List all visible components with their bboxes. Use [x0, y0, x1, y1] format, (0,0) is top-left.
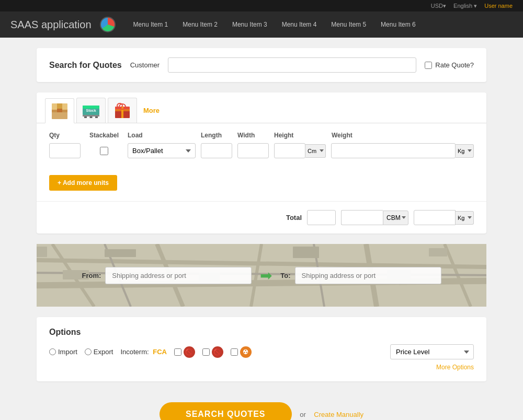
from-group: From: — [82, 267, 252, 284]
customer-label: Customer — [130, 61, 160, 69]
load-select[interactable]: Box/Pallet — [128, 143, 196, 158]
nav-item-4[interactable]: Menu Item 4 — [275, 11, 324, 38]
no-sign-icon-2: 🚫 — [212, 346, 223, 358]
height-input[interactable]: 100 — [274, 143, 305, 158]
main-nav: Menu Item 1 Menu Item 2 Menu Item 3 Menu… — [126, 11, 423, 38]
from-input[interactable] — [105, 267, 252, 284]
box-icon — [50, 101, 70, 120]
import-group: Import — [49, 348, 77, 356]
add-more-button[interactable]: + Add more units — [49, 175, 117, 191]
cbm-unit-select[interactable]: CBM M3 — [383, 211, 408, 225]
option-icon-3-group: ☢ — [231, 346, 252, 358]
export-radio[interactable] — [85, 348, 92, 355]
options-title: Options — [49, 328, 474, 337]
rate-quote-group: Rate Quote? — [425, 61, 474, 69]
option-icon-2-group: 🚫 — [202, 346, 223, 358]
cargo-form-row: 5 Box/Pallet 100 100 100 Cm In Box/Palle… — [37, 143, 486, 167]
product-tabs: Stock More — [37, 92, 486, 123]
total-cbm-group: 1 CBM M3 — [341, 210, 408, 225]
nav-item-3[interactable]: Menu Item 3 — [225, 11, 275, 38]
svg-rect-4 — [57, 109, 62, 112]
length-header: Length — [201, 132, 232, 139]
option-icon-3-checkbox[interactable] — [231, 348, 238, 356]
option-icon-2-checkbox[interactable] — [202, 348, 210, 356]
total-weight-unit-select[interactable]: Kg Lb — [456, 211, 474, 225]
weight-header: Weight — [332, 132, 474, 139]
total-weight-input[interactable]: 100 — [414, 210, 456, 225]
or-text: or — [300, 411, 306, 418]
map-section: From: ➡ To: — [37, 244, 486, 307]
to-label: To: — [280, 272, 290, 279]
map-overlay: From: ➡ To: — [37, 244, 486, 307]
pallet-icon: Stock — [81, 101, 101, 120]
qty-input[interactable]: 5 — [49, 143, 81, 158]
product-tab-box[interactable] — [45, 98, 74, 123]
incoterm-label: Incoterm: FCA — [120, 348, 167, 356]
svg-rect-14 — [121, 107, 123, 118]
form-headers: Qty Stackabel Load Length Width Height W… — [37, 132, 486, 139]
more-button[interactable]: More — [139, 107, 164, 114]
add-more-section: + Add more units — [37, 175, 486, 201]
total-row: Total 5 1 CBM M3 100 Kg Lb — [37, 201, 486, 234]
incoterm-value: FCA — [153, 348, 167, 356]
total-cbm-input[interactable]: 1 — [341, 210, 383, 225]
logo-bold: SAAS — [10, 19, 38, 30]
option-icon-1-group: 🚫 — [174, 346, 195, 358]
weight-group: Box/Pallet Kg Lb — [331, 143, 474, 158]
total-weight-group: 100 Kg Lb — [414, 210, 474, 225]
option-icon-1-checkbox[interactable] — [174, 348, 181, 356]
currency-selector[interactable]: USD▾ — [431, 3, 446, 9]
total-label: Total — [286, 214, 302, 221]
width-header: Width — [237, 132, 269, 139]
nav-item-6[interactable]: Menu Item 6 — [373, 11, 423, 38]
more-options-link[interactable]: More Options — [49, 364, 474, 371]
logo-light: application — [38, 19, 91, 30]
hazard-icon: ☢ — [240, 346, 252, 358]
total-qty-input[interactable]: 5 — [307, 210, 336, 225]
length-input[interactable]: 100 — [201, 143, 232, 158]
no-sign-icon-1: 🚫 — [184, 346, 195, 358]
height-unit-select[interactable]: Cm In — [305, 144, 326, 158]
rate-quote-checkbox[interactable] — [425, 62, 432, 69]
search-quotes-button[interactable]: SEARCH QUOTES — [160, 402, 292, 420]
height-group: 100 Cm In — [274, 143, 326, 158]
search-btn-section: SEARCH QUOTES or Create Manually — [37, 392, 486, 420]
app-icon — [100, 17, 116, 32]
cargo-section: Stock More — [37, 92, 486, 234]
svg-text:Stock: Stock — [86, 109, 96, 112]
stackabel-cell — [86, 147, 122, 155]
load-header: Load — [128, 132, 196, 139]
customer-input[interactable] — [168, 57, 416, 73]
height-header: Height — [274, 132, 326, 139]
product-tab-pallet[interactable]: Stock — [76, 98, 106, 123]
import-label: Import — [58, 348, 77, 356]
gift-icon — [112, 101, 132, 120]
search-quotes-card: Search for Quotes Customer Rate Quote? — [37, 48, 486, 82]
options-row: Import Export Incoterm: FCA 🚫 🚫 ☢ — [49, 344, 474, 359]
export-label: Export — [94, 348, 113, 356]
search-quotes-title: Search for Quotes — [49, 61, 122, 70]
app-logo: SAAS application — [10, 19, 92, 31]
to-input[interactable] — [295, 267, 441, 284]
product-tab-gift[interactable] — [108, 98, 137, 123]
import-radio[interactable] — [49, 348, 56, 355]
weight-unit-select[interactable]: Kg Lb — [456, 144, 474, 158]
to-group: To: — [280, 267, 441, 284]
width-input[interactable]: 100 — [237, 143, 269, 158]
options-section: Options Import Export Incoterm: FCA 🚫 � — [37, 317, 486, 381]
arrow-right-icon: ➡ — [260, 267, 272, 284]
nav-item-1[interactable]: Menu Item 1 — [126, 11, 176, 38]
create-manually-link[interactable]: Create Manually — [314, 411, 363, 418]
weight-input[interactable]: Box/Pallet — [331, 143, 456, 158]
price-level-select[interactable]: Price Level Level 1 Level 2 — [390, 344, 474, 359]
username-display: User name — [484, 3, 513, 9]
rate-quote-label: Rate Quote? — [435, 61, 474, 69]
nav-item-2[interactable]: Menu Item 2 — [175, 11, 225, 38]
language-selector[interactable]: English ▾ — [453, 3, 477, 9]
from-label: From: — [82, 272, 101, 279]
export-group: Export — [85, 348, 113, 356]
qty-header: Qty — [49, 132, 81, 139]
stackabel-checkbox[interactable] — [100, 147, 108, 155]
nav-item-5[interactable]: Menu Item 5 — [324, 11, 373, 38]
stackabel-header: Stackabel — [86, 132, 122, 139]
